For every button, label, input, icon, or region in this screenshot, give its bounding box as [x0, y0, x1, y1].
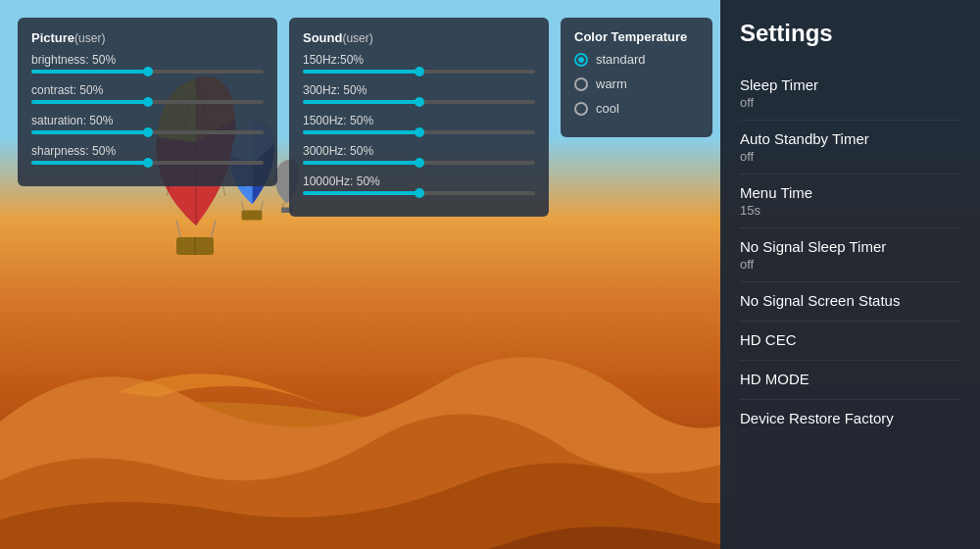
svg-rect-11	[242, 211, 263, 221]
slider-track[interactable]	[303, 100, 535, 104]
settings-item[interactable]: Device Restore Factory	[740, 400, 960, 438]
settings-item-title: Menu Time	[740, 184, 960, 201]
settings-item[interactable]: Menu Time 15s	[740, 175, 960, 228]
slider-fill	[31, 130, 148, 134]
radio-circle	[574, 77, 588, 91]
settings-item-title: No Signal Sleep Timer	[740, 238, 960, 255]
slider-fill	[303, 100, 419, 104]
sound-sliders: 150Hz:50% 300Hz: 50% 1500Hz: 50% 3000Hz:…	[303, 53, 535, 195]
svg-line-10	[261, 201, 264, 212]
slider-label: 300Hz: 50%	[303, 83, 535, 97]
settings-title: Settings	[740, 20, 960, 47]
radio-label: warm	[596, 76, 627, 91]
sound-slider-row[interactable]: 150Hz:50%	[303, 53, 535, 74]
slider-track[interactable]	[31, 100, 264, 104]
slider-label: 1500Hz: 50%	[303, 114, 535, 127]
slider-fill	[31, 70, 148, 74]
picture-slider-row[interactable]: sharpness: 50%	[31, 144, 264, 165]
svg-line-6	[211, 221, 216, 240]
settings-item-title: Device Restore Factory	[740, 410, 960, 426]
slider-thumb	[415, 158, 424, 168]
slider-track[interactable]	[31, 130, 264, 134]
color-temp-options: standard warm cool	[574, 52, 699, 116]
sound-slider-row[interactable]: 300Hz: 50%	[303, 83, 535, 104]
slider-thumb	[143, 158, 153, 168]
slider-thumb	[415, 97, 424, 107]
slider-label: sharpness: 50%	[31, 144, 264, 158]
desert-dunes	[0, 206, 735, 549]
picture-slider-row[interactable]: contrast: 50%	[31, 83, 264, 104]
picture-panel-title: Picture(user)	[31, 29, 264, 45]
slider-label: contrast: 50%	[31, 83, 264, 97]
slider-thumb	[143, 127, 153, 137]
picture-sliders: brightness: 50% contrast: 50% saturation…	[31, 53, 264, 165]
settings-item-title: Sleep Timer	[740, 76, 960, 93]
slider-fill	[303, 191, 419, 195]
picture-panel: Picture(user) brightness: 50% contrast: …	[18, 18, 277, 186]
settings-item[interactable]: HD MODE	[740, 361, 960, 400]
settings-item-value: 15s	[740, 203, 960, 218]
slider-label: saturation: 50%	[31, 114, 264, 127]
settings-item-title: Auto Standby Timer	[740, 130, 960, 147]
slider-thumb	[415, 188, 424, 198]
slider-label: 150Hz:50%	[303, 53, 535, 67]
radio-label: cool	[596, 101, 619, 116]
slider-fill	[303, 130, 419, 134]
sound-slider-row[interactable]: 10000Hz: 50%	[303, 175, 535, 195]
slider-thumb	[143, 67, 153, 76]
color-temp-option[interactable]: cool	[574, 101, 699, 116]
slider-track[interactable]	[303, 161, 535, 165]
sound-slider-row[interactable]: 3000Hz: 50%	[303, 144, 535, 165]
radio-circle	[574, 102, 588, 116]
settings-item[interactable]: Auto Standby Timer off	[740, 121, 960, 175]
settings-item-value: off	[740, 257, 960, 272]
slider-fill	[303, 161, 419, 165]
sound-slider-row[interactable]: 1500Hz: 50%	[303, 114, 535, 134]
picture-slider-row[interactable]: saturation: 50%	[31, 114, 264, 134]
slider-track[interactable]	[303, 191, 535, 195]
slider-fill	[31, 100, 148, 104]
settings-items-list: Sleep Timer off Auto Standby Timer off M…	[740, 67, 960, 438]
slider-thumb	[143, 97, 153, 107]
color-temp-option[interactable]: standard	[574, 52, 699, 67]
picture-slider-row[interactable]: brightness: 50%	[31, 53, 264, 74]
slider-label: brightness: 50%	[31, 53, 264, 67]
sound-panel-title: Sound(user)	[303, 29, 535, 45]
color-temp-title: Color Temperature	[574, 29, 699, 44]
slider-fill	[303, 70, 419, 74]
settings-item[interactable]: HD CEC	[740, 322, 960, 361]
slider-label: 3000Hz: 50%	[303, 144, 535, 158]
slider-track[interactable]	[31, 70, 264, 74]
settings-panel: Settings Sleep Timer off Auto Standby Ti…	[720, 0, 980, 549]
slider-track[interactable]	[31, 161, 264, 165]
slider-fill	[31, 161, 148, 165]
color-temp-option[interactable]: warm	[574, 76, 699, 91]
slider-thumb	[415, 67, 424, 76]
radio-circle	[574, 53, 588, 67]
settings-item-value: off	[740, 149, 960, 164]
settings-item[interactable]: No Signal Screen Status	[740, 282, 960, 322]
settings-item-value: off	[740, 95, 960, 110]
settings-item-title: No Signal Screen Status	[740, 292, 960, 309]
settings-item-title: HD MODE	[740, 371, 960, 387]
slider-track[interactable]	[303, 130, 535, 134]
settings-item[interactable]: Sleep Timer off	[740, 67, 960, 121]
radio-label: standard	[596, 52, 646, 67]
slider-track[interactable]	[303, 70, 535, 74]
color-temp-panel: Color Temperature standard warm cool	[561, 18, 712, 137]
sound-panel: Sound(user) 150Hz:50% 300Hz: 50% 1500Hz:…	[289, 18, 549, 217]
slider-label: 10000Hz: 50%	[303, 175, 535, 188]
settings-item-title: HD CEC	[740, 331, 960, 348]
settings-item[interactable]: No Signal Sleep Timer off	[740, 228, 960, 282]
slider-thumb	[415, 127, 424, 137]
